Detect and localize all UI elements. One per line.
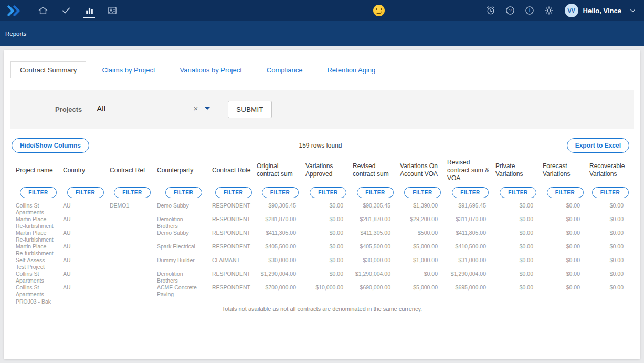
table-cell: AU bbox=[62, 257, 109, 271]
table-cell: $0.00 bbox=[542, 230, 588, 243]
table-row[interactable]: Collins St ApartmentsAUDEMO1Demo SubbyRE… bbox=[15, 202, 640, 216]
tab-claims-by-project[interactable]: Claims by Project bbox=[93, 61, 164, 78]
table-toolbar: Hide/Show Columns 159 rows found Export … bbox=[12, 138, 629, 153]
info-icon[interactable]: i bbox=[524, 5, 535, 16]
column-filter-button[interactable]: FILTER bbox=[500, 187, 536, 198]
filter-cell: FILTER bbox=[15, 183, 62, 202]
submit-button[interactable]: SUBMIT bbox=[228, 101, 272, 118]
alarm-icon[interactable] bbox=[485, 5, 496, 16]
table-cell: -$10,000.00 bbox=[304, 284, 352, 298]
hide-show-columns-button[interactable]: Hide/Show Columns bbox=[12, 138, 89, 153]
approvals-check-icon[interactable] bbox=[60, 3, 72, 18]
column-filter-button[interactable]: FILTER bbox=[452, 187, 489, 198]
filter-panel: Projects All × SUBMIT bbox=[10, 90, 634, 129]
column-header: Recoverable Variations bbox=[588, 157, 632, 183]
tab-variations-by-project[interactable]: Variations by Project bbox=[171, 61, 251, 78]
reports-bar-chart-icon[interactable] bbox=[83, 3, 95, 18]
table-cell: CLAIMANT bbox=[211, 257, 256, 271]
table-cell: $405,500.00 bbox=[352, 243, 399, 257]
avatar[interactable]: VV bbox=[565, 4, 578, 17]
table-cell: Martin Place Re-furbishment bbox=[15, 216, 62, 230]
table-cell: $0.00 bbox=[588, 271, 632, 284]
column-header: Variations Approved bbox=[304, 157, 352, 183]
table-cell bbox=[109, 230, 156, 243]
column-filter-button[interactable]: FILTER bbox=[165, 187, 202, 198]
filter-cell: FILTER bbox=[399, 183, 446, 202]
clear-selection-icon[interactable]: × bbox=[194, 105, 198, 112]
table-cell: $405,500.00 bbox=[256, 243, 304, 257]
table-cell: $0.00 bbox=[542, 257, 588, 271]
table-cell: $411,305.00 bbox=[256, 230, 304, 243]
table-cell: AU bbox=[62, 271, 109, 284]
table-cell: $281,870.00 bbox=[256, 216, 304, 230]
column-filter-button[interactable]: FILTER bbox=[592, 187, 629, 198]
table-cell: AU bbox=[62, 243, 109, 257]
projects-select[interactable]: All × bbox=[96, 102, 211, 117]
column-filter-button[interactable]: FILTER bbox=[357, 187, 394, 198]
table-cell: AU bbox=[62, 284, 109, 298]
table-filter-row: FILTERFILTERFILTERFILTERFILTERFILTERFILT… bbox=[15, 183, 640, 202]
table-cell: $0.00 bbox=[542, 271, 588, 284]
column-filter-button[interactable]: FILTER bbox=[67, 187, 104, 198]
totals-note: Totals not available as not all contract… bbox=[4, 306, 640, 312]
column-filter-button[interactable]: FILTER bbox=[20, 187, 57, 198]
column-header: Revised contract sum & VOA bbox=[446, 157, 494, 183]
table-cell: $0.00 bbox=[494, 243, 542, 257]
page-title: Reports bbox=[5, 30, 26, 37]
top-navigation-bar: ? i VV Hello, Vince bbox=[0, 0, 644, 21]
table-cell: $0.00 bbox=[304, 202, 352, 216]
column-filter-button[interactable]: FILTER bbox=[215, 187, 252, 198]
table-cell: $0.00 bbox=[588, 284, 632, 298]
app-logo-icon[interactable] bbox=[7, 5, 22, 16]
svg-text:?: ? bbox=[509, 8, 511, 13]
table-cell: $0.00 bbox=[542, 243, 588, 257]
tab-compliance[interactable]: Compliance bbox=[258, 61, 312, 78]
table-cell: $30,000.00 bbox=[256, 257, 304, 271]
help-icon[interactable]: ? bbox=[505, 5, 515, 16]
table-cell: $0.00 bbox=[494, 202, 542, 216]
table-cell: $690,000.00 bbox=[352, 284, 399, 298]
table-cell: Collins St Apartments bbox=[15, 271, 62, 284]
table-cell: AU bbox=[62, 216, 109, 230]
table-cell: RESPONDENT bbox=[211, 243, 256, 257]
column-filter-button[interactable]: FILTER bbox=[547, 187, 584, 198]
table-cell: $90,305.45 bbox=[256, 202, 304, 216]
home-icon[interactable] bbox=[37, 3, 49, 18]
gear-icon[interactable] bbox=[544, 5, 554, 16]
table-cell: Dummy Builder bbox=[156, 257, 211, 271]
table-row[interactable]: Collins St ApartmentsAUACME Concrete Pav… bbox=[15, 284, 640, 298]
column-filter-button[interactable]: FILTER bbox=[310, 187, 346, 198]
tab-retention-aging[interactable]: Retention Aging bbox=[318, 61, 384, 78]
table-cell: RESPONDENT bbox=[211, 271, 256, 284]
table-row[interactable]: Self-Assess Test ProjectAUDummy BuilderC… bbox=[15, 257, 640, 271]
table-cell: Demolition Brothers bbox=[156, 216, 211, 230]
tab-contract-summary[interactable]: Contract Summary bbox=[10, 61, 86, 78]
table-row[interactable]: Martin Place Re-furbishmentAUDemolition … bbox=[15, 216, 640, 230]
table-cell: $410,500.00 bbox=[446, 243, 494, 257]
contacts-card-icon[interactable] bbox=[107, 3, 118, 18]
table-cell: $30,000.00 bbox=[352, 257, 399, 271]
table-row[interactable]: Martin Place Re-furbishmentAUSpark Elect… bbox=[15, 243, 640, 257]
utility-icons: ? i bbox=[485, 5, 554, 16]
column-filter-button[interactable]: FILTER bbox=[404, 187, 441, 198]
filter-cell: FILTER bbox=[494, 183, 542, 202]
table-cell: $29,200.00 bbox=[399, 216, 446, 230]
export-to-excel-button[interactable]: Export to Excel bbox=[567, 138, 629, 153]
table-row[interactable]: Martin Place Re-furbishmentAUDemo SubbyR… bbox=[15, 230, 640, 243]
table-cell: Spark Electrical bbox=[156, 243, 211, 257]
table-cell: PROJ03 - Bak bbox=[15, 298, 62, 305]
column-filter-button[interactable]: FILTER bbox=[262, 187, 299, 198]
table-cell: $91,695.45 bbox=[446, 202, 494, 216]
table-cell: Self-Assess Test Project bbox=[15, 257, 62, 271]
user-menu[interactable]: VV Hello, Vince bbox=[565, 4, 637, 17]
table-cell: $0.00 bbox=[588, 202, 632, 216]
projects-select-value: All bbox=[97, 104, 193, 113]
dropdown-arrow-icon[interactable] bbox=[205, 107, 210, 110]
table-cell: RESPONDENT bbox=[211, 230, 256, 243]
chevron-down-icon[interactable] bbox=[629, 7, 637, 15]
table-row[interactable]: Collins St ApartmentsAUDemolition Brothe… bbox=[15, 271, 640, 284]
table-cell bbox=[109, 243, 156, 257]
table-cell: $0.00 bbox=[304, 216, 352, 230]
column-filter-button[interactable]: FILTER bbox=[114, 187, 151, 198]
table-cell bbox=[109, 284, 156, 298]
